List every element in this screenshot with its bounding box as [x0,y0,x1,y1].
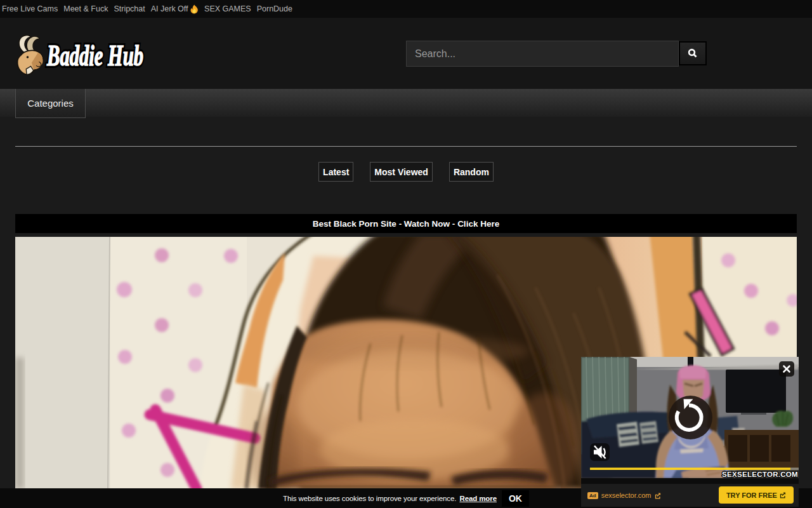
svg-text:SEXSELECTOR.COM: SEXSELECTOR.COM [722,471,798,478]
svg-text:Baddie Hub: Baddie Hub [46,39,143,72]
